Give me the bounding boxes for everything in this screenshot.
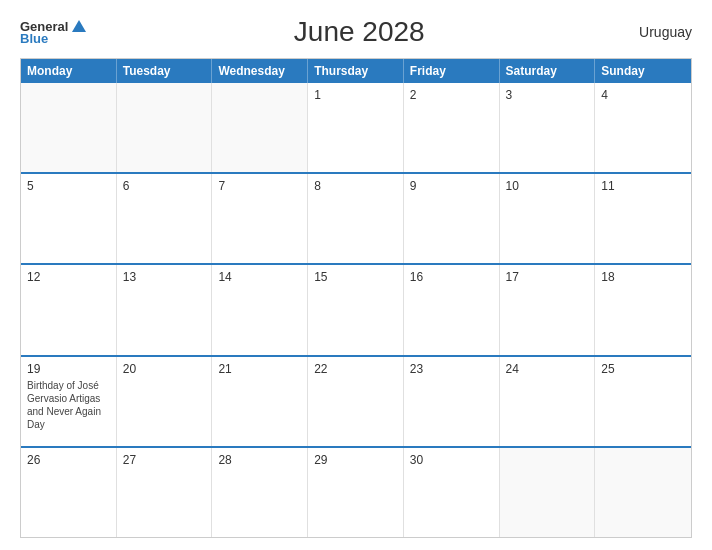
day-number: 20 bbox=[123, 361, 206, 378]
day-number: 17 bbox=[506, 269, 589, 286]
cal-cell-21: 21 bbox=[212, 357, 308, 446]
day-number: 16 bbox=[410, 269, 493, 286]
cal-cell-19: 19 Birthday of José Gervasio Artigas and… bbox=[21, 357, 117, 446]
day-number: 8 bbox=[314, 178, 397, 195]
cal-cell-empty bbox=[500, 448, 596, 537]
cal-cell-2: 2 bbox=[404, 83, 500, 172]
cal-cell-16: 16 bbox=[404, 265, 500, 354]
day-number: 13 bbox=[123, 269, 206, 286]
page: General Blue June 2028 Uruguay Monday Tu… bbox=[0, 0, 712, 550]
cal-cell-1: 1 bbox=[308, 83, 404, 172]
calendar-row-2: 5 6 7 8 9 10 11 bbox=[21, 174, 691, 265]
cal-cell-6: 6 bbox=[117, 174, 213, 263]
day-number: 15 bbox=[314, 269, 397, 286]
day-number: 18 bbox=[601, 269, 685, 286]
cal-cell-25: 25 bbox=[595, 357, 691, 446]
cal-cell-4: 4 bbox=[595, 83, 691, 172]
logo: General Blue bbox=[20, 20, 86, 45]
calendar-header: Monday Tuesday Wednesday Thursday Friday… bbox=[21, 59, 691, 83]
cal-cell-3: 3 bbox=[500, 83, 596, 172]
day-number: 21 bbox=[218, 361, 301, 378]
weekday-sunday: Sunday bbox=[595, 59, 691, 83]
day-number: 14 bbox=[218, 269, 301, 286]
cal-cell-29: 29 bbox=[308, 448, 404, 537]
logo-triangle-icon bbox=[70, 20, 86, 34]
calendar-row-1: 1 2 3 4 bbox=[21, 83, 691, 174]
cal-cell-12: 12 bbox=[21, 265, 117, 354]
day-number: 5 bbox=[27, 178, 110, 195]
cal-cell-27: 27 bbox=[117, 448, 213, 537]
calendar-row-5: 26 27 28 29 30 bbox=[21, 448, 691, 537]
cal-cell-28: 28 bbox=[212, 448, 308, 537]
weekday-thursday: Thursday bbox=[308, 59, 404, 83]
day-number: 7 bbox=[218, 178, 301, 195]
country-label: Uruguay bbox=[632, 24, 692, 40]
day-number: 11 bbox=[601, 178, 685, 195]
day-number: 25 bbox=[601, 361, 685, 378]
day-number: 4 bbox=[601, 87, 685, 104]
cal-cell-10: 10 bbox=[500, 174, 596, 263]
cal-cell-30: 30 bbox=[404, 448, 500, 537]
day-number: 12 bbox=[27, 269, 110, 286]
cal-cell-20: 20 bbox=[117, 357, 213, 446]
logo-blue: Blue bbox=[20, 32, 48, 45]
cal-cell-13: 13 bbox=[117, 265, 213, 354]
calendar-body: 1 2 3 4 5 6 bbox=[21, 83, 691, 537]
cal-cell-24: 24 bbox=[500, 357, 596, 446]
cal-cell-empty bbox=[212, 83, 308, 172]
calendar-title: June 2028 bbox=[86, 16, 632, 48]
cal-cell-23: 23 bbox=[404, 357, 500, 446]
cal-cell-9: 9 bbox=[404, 174, 500, 263]
cal-cell-22: 22 bbox=[308, 357, 404, 446]
cal-cell-7: 7 bbox=[212, 174, 308, 263]
weekday-saturday: Saturday bbox=[500, 59, 596, 83]
cal-cell-empty bbox=[117, 83, 213, 172]
cal-cell-11: 11 bbox=[595, 174, 691, 263]
day-number: 3 bbox=[506, 87, 589, 104]
weekday-monday: Monday bbox=[21, 59, 117, 83]
header: General Blue June 2028 Uruguay bbox=[20, 16, 692, 48]
weekday-tuesday: Tuesday bbox=[117, 59, 213, 83]
cal-cell-26: 26 bbox=[21, 448, 117, 537]
day-number: 10 bbox=[506, 178, 589, 195]
calendar-row-4: 19 Birthday of José Gervasio Artigas and… bbox=[21, 357, 691, 448]
day-number: 23 bbox=[410, 361, 493, 378]
day-number: 2 bbox=[410, 87, 493, 104]
cal-cell-5: 5 bbox=[21, 174, 117, 263]
day-event: Birthday of José Gervasio Artigas and Ne… bbox=[27, 379, 110, 431]
day-number: 30 bbox=[410, 452, 493, 469]
day-number: 26 bbox=[27, 452, 110, 469]
day-number: 19 bbox=[27, 361, 110, 378]
cal-cell-15: 15 bbox=[308, 265, 404, 354]
day-number: 9 bbox=[410, 178, 493, 195]
day-number: 22 bbox=[314, 361, 397, 378]
day-number: 27 bbox=[123, 452, 206, 469]
cal-cell-14: 14 bbox=[212, 265, 308, 354]
day-number: 28 bbox=[218, 452, 301, 469]
day-number: 24 bbox=[506, 361, 589, 378]
cal-cell-empty bbox=[21, 83, 117, 172]
calendar-row-3: 12 13 14 15 16 17 18 bbox=[21, 265, 691, 356]
day-number: 6 bbox=[123, 178, 206, 195]
cal-cell-empty bbox=[595, 448, 691, 537]
day-number: 1 bbox=[314, 87, 397, 104]
calendar: Monday Tuesday Wednesday Thursday Friday… bbox=[20, 58, 692, 538]
day-number: 29 bbox=[314, 452, 397, 469]
weekday-friday: Friday bbox=[404, 59, 500, 83]
cal-cell-8: 8 bbox=[308, 174, 404, 263]
cal-cell-17: 17 bbox=[500, 265, 596, 354]
weekday-wednesday: Wednesday bbox=[212, 59, 308, 83]
cal-cell-18: 18 bbox=[595, 265, 691, 354]
